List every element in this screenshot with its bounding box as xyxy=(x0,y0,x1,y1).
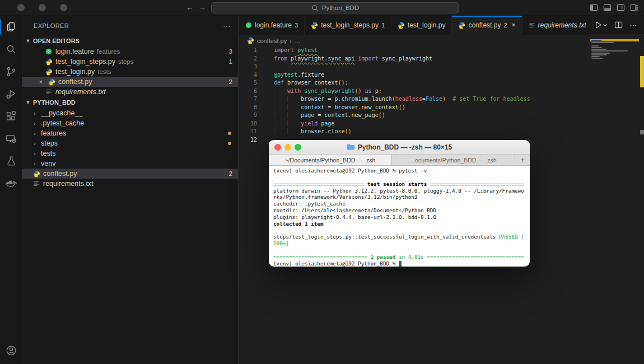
run-debug-icon[interactable] xyxy=(0,83,22,105)
terminal-zoom-button[interactable] xyxy=(295,144,301,151)
extensions-icon[interactable] xyxy=(0,105,22,128)
source-control-icon[interactable] xyxy=(0,60,22,83)
python-file-icon xyxy=(311,22,318,29)
tab-requirements.txt[interactable]: requirements.txt xyxy=(522,16,593,35)
file-tree: ›__pycache__›.pytest_cache›features›step… xyxy=(22,108,238,189)
testing-icon[interactable] xyxy=(0,150,22,172)
terminal-tab[interactable]: ...ocuments/Python_BDD — -zsh xyxy=(392,155,515,165)
tab-login.feature[interactable]: login.feature3 xyxy=(239,16,305,35)
code-line-3[interactable]: 3 xyxy=(239,63,644,71)
open-editor-row-requirements.txt[interactable]: requirements.txt xyxy=(22,87,238,97)
breadcrumb[interactable]: conftest.py › … xyxy=(239,37,644,45)
nav-back-button[interactable]: ← xyxy=(185,3,195,12)
code-line-10[interactable]: 10 yield page xyxy=(239,120,644,128)
terminal-line: 100%] xyxy=(273,240,525,247)
vscode-window: ← → Python_BDD xyxy=(0,0,644,364)
txt-file-icon xyxy=(32,180,40,188)
problems-count-badge: 2 xyxy=(229,78,232,85)
tree-row-requirements.txt[interactable]: requirements.txt xyxy=(22,179,238,189)
toggle-panel-icon[interactable] xyxy=(603,3,612,12)
terminal-line: rks/Python.framework/Versions/3.12/bin/p… xyxy=(273,194,525,200)
tree-row-conftest.py[interactable]: conftest.py2 xyxy=(22,169,238,179)
tree-row-__pycache__[interactable]: ›__pycache__ xyxy=(22,108,238,118)
code-line-1[interactable]: 1import pytest xyxy=(239,46,644,55)
folder-name: __pycache__ xyxy=(41,109,82,117)
run-python-file-button[interactable] xyxy=(594,21,608,29)
zoom-window-button[interactable] xyxy=(60,4,67,11)
folder-section-header[interactable]: ▼ PYTHON_BDD xyxy=(22,97,238,108)
line-number: 10 xyxy=(239,120,257,128)
code-line-4[interactable]: 4@pytest.fixture xyxy=(239,71,644,80)
overview-warning-marker xyxy=(640,56,644,87)
line-number: 8 xyxy=(239,104,257,112)
minimap[interactable] xyxy=(590,35,639,61)
overview-ruler xyxy=(640,35,644,364)
file-name: test_login_steps.py xyxy=(55,58,115,66)
terminal-cursor xyxy=(399,261,402,267)
code-line-11[interactable]: 11 browser.close() xyxy=(239,128,644,136)
file-name: login.feature xyxy=(55,48,94,55)
toggle-secondary-sidebar-icon[interactable] xyxy=(617,3,625,12)
toggle-primary-sidebar-icon[interactable] xyxy=(590,3,598,12)
code-line-8[interactable]: 8 context = browser.new_context() xyxy=(239,104,644,112)
close-editor-icon[interactable]: × xyxy=(37,78,45,85)
terminal-close-button[interactable] xyxy=(274,144,281,151)
txt-file-icon xyxy=(45,88,53,96)
nav-forward-button[interactable]: → xyxy=(197,3,207,12)
tab-label: test_login_steps.py xyxy=(321,21,379,29)
explorer-more-actions-icon[interactable]: ⋯ xyxy=(223,21,231,30)
open-editor-row-test_login.py[interactable]: test_login.pytests xyxy=(22,67,238,77)
line-text: yield page xyxy=(257,120,334,128)
code-line-9[interactable]: 9 page = context.new_page() xyxy=(239,111,644,120)
remote-explorer-icon[interactable] xyxy=(0,128,22,150)
customize-layout-icon[interactable] xyxy=(630,3,638,12)
terminal-new-tab-button[interactable]: + xyxy=(515,155,530,165)
file-folder-description: features xyxy=(97,48,120,55)
terminal-window[interactable]: Python_BDD — -zsh — 80×15 ~/Documents/Py… xyxy=(269,140,530,267)
chevron-right-icon: › xyxy=(31,110,38,116)
terminal-titlebar: Python_BDD — -zsh — 80×15 xyxy=(269,140,530,155)
line-text: browser.close() xyxy=(257,128,352,136)
tree-row-.pytest_cache[interactable]: ›.pytest_cache xyxy=(22,118,238,128)
open-editor-row-conftest.py[interactable]: ×conftest.py2 xyxy=(22,77,238,87)
open-editor-row-login.feature[interactable]: login.featurefeatures3 xyxy=(22,46,238,57)
line-number: 4 xyxy=(239,71,257,80)
titlebar: ← → Python_BDD xyxy=(0,0,644,16)
terminal-output[interactable]: (venv) olesiasheremeta@192 Python_BDD % … xyxy=(269,166,530,267)
code-line-5[interactable]: 5def browser_context(): xyxy=(239,79,644,87)
open-editors-section-header[interactable]: ▼ OPEN EDITORS xyxy=(22,35,238,46)
explorer-icon[interactable] xyxy=(0,16,22,38)
tab-test_login_steps.py[interactable]: test_login_steps.py1 xyxy=(305,16,391,35)
search-sidebar-icon[interactable] xyxy=(0,38,22,60)
line-text: page = context.new_page() xyxy=(257,111,385,120)
terminal-line: plugins: playwright-0.4.4, base-url-2.1.… xyxy=(273,214,525,221)
tree-row-features[interactable]: ›features xyxy=(22,128,238,138)
split-editor-icon[interactable] xyxy=(614,21,623,29)
tab-test_login.py[interactable]: test_login.py xyxy=(391,16,452,35)
code-line-6[interactable]: 6 with sync_playwright() as p: xyxy=(239,87,644,96)
code-area[interactable]: 1import pytest2from playwright.sync_api … xyxy=(239,46,644,144)
code-line-2[interactable]: 2from playwright.sync_api import sync_pl… xyxy=(239,55,644,63)
folder-name: steps xyxy=(41,139,58,147)
close-window-button[interactable] xyxy=(17,4,25,11)
code-line-7[interactable]: 7 browser = p.chromium.launch(headless=F… xyxy=(239,95,644,104)
tab-conftest.py[interactable]: conftest.py2× xyxy=(452,16,522,35)
account-icon[interactable] xyxy=(0,339,22,362)
line-number: 1 xyxy=(239,46,257,55)
command-center-search[interactable]: Python_BDD xyxy=(211,2,459,13)
terminal-minimize-button[interactable] xyxy=(284,144,291,151)
editor-more-actions-icon[interactable]: ⋯ xyxy=(629,21,637,30)
docker-icon[interactable] xyxy=(0,172,22,195)
tree-row-steps[interactable]: ›steps xyxy=(22,138,238,148)
python-file-icon xyxy=(32,170,40,178)
cucumber-file-icon xyxy=(45,48,53,55)
tab-close-icon[interactable]: × xyxy=(512,21,516,29)
tree-row-tests[interactable]: ›tests xyxy=(22,148,238,158)
terminal-tab[interactable]: ~/Documents/Python_BDD — -zsh xyxy=(269,155,392,165)
folder-icon xyxy=(347,143,355,151)
minimize-window-button[interactable] xyxy=(39,4,46,11)
line-text: def browser_context(): xyxy=(257,79,348,87)
line-number: 6 xyxy=(239,87,257,96)
tree-row-venv[interactable]: ›venv xyxy=(22,158,238,169)
open-editor-row-test_login_steps.py[interactable]: test_login_steps.pysteps1 xyxy=(22,57,238,67)
